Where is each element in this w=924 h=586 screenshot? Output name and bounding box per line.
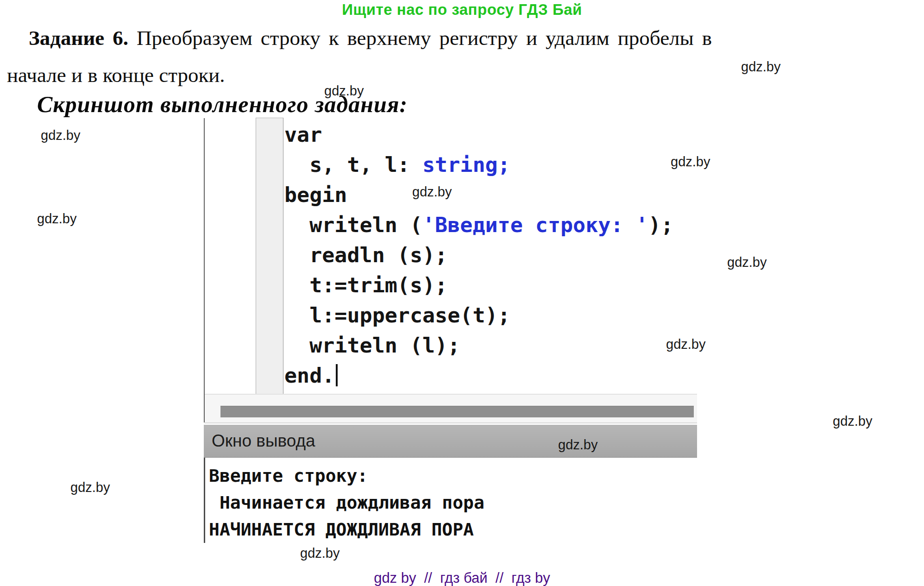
code-line: end. — [284, 360, 699, 391]
code-line: t:=trim(s); — [284, 270, 699, 300]
code-token: var — [284, 122, 322, 147]
task-paragraph-line2: начале и в конце строки. — [7, 63, 225, 87]
code-line: readln (s); — [284, 240, 699, 270]
gdzby-watermark: gdz.by — [37, 211, 76, 227]
task-paragraph-line1: Задание 6. Преобразуем строку к верхнему… — [7, 26, 712, 50]
code-token: end. — [284, 363, 334, 388]
code-token: writeln (l); — [284, 333, 460, 358]
editor-gutter — [256, 118, 283, 394]
code-line: writeln (l); — [284, 330, 699, 360]
code-token: s, t, l: — [284, 152, 422, 177]
gdzby-watermark: gdz.by — [324, 83, 364, 99]
horizontal-scrollbar-track[interactable] — [205, 394, 697, 423]
output-lines: Введите строку: Начинается дождливая пор… — [209, 462, 484, 543]
output-line: Введите строку: — [209, 462, 484, 489]
gdzby-watermark: gdz.by — [300, 546, 339, 561]
promo-bottom-text: gdz by // гдз бай // гдз by — [0, 570, 924, 586]
code-token: begin — [284, 183, 347, 207]
output-line: Начинается дождливая пора — [209, 489, 484, 516]
code-token: ); — [648, 213, 673, 237]
code-token-string: string; — [422, 152, 510, 177]
horizontal-scrollbar-thumb[interactable] — [220, 406, 694, 417]
code-line: writeln ('Введите строку: '); — [284, 210, 699, 240]
solution-page: Ищите нас по запросу ГДЗ Бай Задание 6. … — [0, 0, 924, 586]
output-window-title: Окно вывода — [204, 431, 315, 451]
code-token: writeln ( — [284, 213, 422, 237]
code-editor-area: var s, t, l: string;begin writeln ('Введ… — [284, 120, 699, 394]
code-token: t:=trim(s); — [284, 273, 447, 297]
output-window-content: Введите строку: Начинается дождливая пор… — [204, 458, 698, 543]
text-cursor — [336, 364, 338, 386]
code-line: s, t, l: string; — [284, 150, 699, 180]
gdzby-watermark: gdz.by — [412, 184, 452, 200]
gdzby-watermark: gdz.by — [727, 255, 767, 270]
code-token: readln (s); — [284, 243, 447, 267]
gdzby-watermark: gdz.by — [833, 414, 872, 429]
task-label: Задание 6. — [29, 26, 128, 50]
gdzby-watermark: gdz.by — [741, 59, 780, 75]
code-line: begin — [284, 180, 699, 210]
editor-left-border — [204, 118, 205, 422]
gdzby-watermark: gdz.by — [671, 154, 710, 170]
output-window-titlebar: Окно вывода — [204, 425, 697, 458]
gdzby-watermark: gdz.by — [558, 437, 597, 453]
code-line: var — [284, 120, 699, 150]
output-line: НАЧИНАЕТСЯ ДОЖДЛИВАЯ ПОРА — [209, 516, 484, 543]
code-token-string: 'Введите строку: ' — [422, 213, 648, 237]
code-line: l:=uppercase(t); — [284, 300, 699, 330]
task-text-line1: Преобразуем строку к верхнему регистру и… — [128, 26, 712, 50]
gdzby-watermark: gdz.by — [70, 480, 110, 495]
promo-top-text: Ищите нас по запросу ГДЗ Бай — [0, 1, 924, 19]
gdzby-watermark: gdz.by — [41, 128, 80, 143]
gdzby-watermark: gdz.by — [666, 337, 705, 352]
code-token: l:=uppercase(t); — [284, 303, 510, 328]
